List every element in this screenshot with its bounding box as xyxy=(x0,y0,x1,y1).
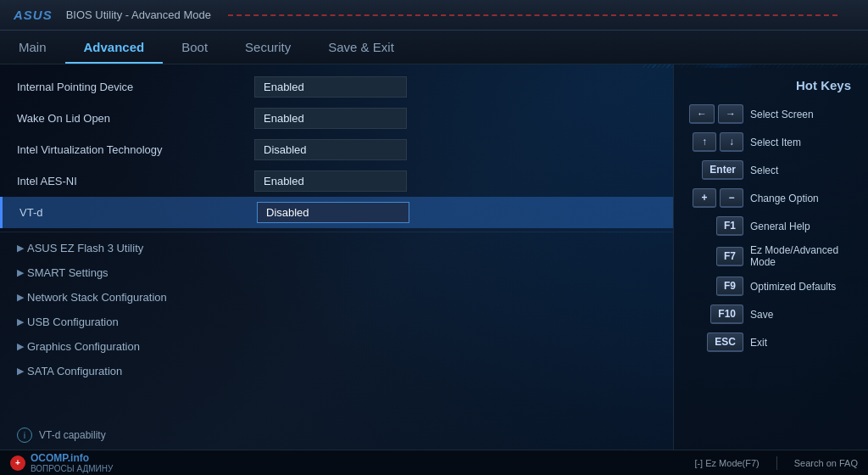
key-up: ↑ xyxy=(693,132,716,152)
key-right: → xyxy=(718,104,743,124)
setting-value-internal-pointing: Enabled xyxy=(254,76,407,98)
hotkey-keys-f10: F10 xyxy=(684,305,743,324)
content-area: Internal Pointing Device Enabled Wake On… xyxy=(0,64,868,450)
key-left: ← xyxy=(689,104,715,124)
nav-item-boot[interactable]: Boot xyxy=(163,31,226,64)
hotkey-keys-select-item: ↑ ↓ xyxy=(684,132,743,152)
asus-logo: ASUS xyxy=(14,8,53,22)
setting-value-intel-vt: Disabled xyxy=(254,139,407,160)
key-f1: F1 xyxy=(716,216,743,236)
hotkey-row-change-option: + − Change Option xyxy=(684,188,858,208)
info-footer: i VT-d capability xyxy=(0,417,673,450)
search-hint: Search on FAQ xyxy=(794,458,858,468)
setting-label-intel-aes: Intel AES-NI xyxy=(17,175,254,187)
submenu-label-asus-ez-flash: ASUS EZ Flash 3 Utility xyxy=(27,242,143,254)
nav-item-save-exit[interactable]: Save & Exit xyxy=(309,31,413,64)
submenu-arrow-icon: ▶ xyxy=(17,243,24,254)
hotkeys-title: Hot Keys xyxy=(684,78,858,92)
info-icon: i xyxy=(17,428,32,443)
submenu-arrow-icon-4: ▶ xyxy=(17,316,24,327)
hotkey-row-f10: F10 Save xyxy=(684,305,858,324)
submenu-smart-settings[interactable]: ▶ SMART Settings xyxy=(0,260,673,285)
hotkey-keys-change-option: + − xyxy=(684,188,743,208)
setting-value-intel-aes: Enabled xyxy=(254,170,407,192)
hotkey-label-f7: Ez Mode/Advanced Mode xyxy=(750,244,858,268)
bottom-logo: + OCOMP.info ВОПРОСЫ АДМИНУ xyxy=(10,452,113,473)
header-bar: ASUS BIOS Utility - Advanced Mode xyxy=(0,0,868,31)
submenu-usb-config[interactable]: ▶ USB Configuration xyxy=(0,310,673,334)
bottom-logo-icon: + xyxy=(10,455,25,471)
hotkey-keys-f9: F9 xyxy=(684,277,743,296)
submenu-network-stack[interactable]: ▶ Network Stack Configuration xyxy=(0,285,673,310)
hotkey-label-select-item: Select Item xyxy=(750,137,858,148)
hotkey-row-select-item: ↑ ↓ Select Item xyxy=(684,132,858,152)
ez-mode-hint: [-] Ez Mode(F7) xyxy=(694,458,759,468)
bottom-nav-hint: [-] Ez Mode(F7) Search on FAQ xyxy=(694,456,858,470)
hotkey-row-esc: ESC Exit xyxy=(684,332,858,352)
key-down: ↓ xyxy=(720,132,743,152)
bottom-divider xyxy=(776,456,777,470)
setting-value-wake-on-lid: Enabled xyxy=(254,108,407,129)
submenu-label-graphics-config: Graphics Configuration xyxy=(27,340,140,353)
submenu-label-usb-config: USB Configuration xyxy=(27,316,119,328)
key-f10: F10 xyxy=(710,305,743,324)
hotkey-label-f10: Save xyxy=(750,309,858,321)
nav-label-save-exit: Save & Exit xyxy=(328,40,394,54)
hotkey-label-f9: Optimized Defaults xyxy=(750,281,858,293)
submenu-asus-ez-flash[interactable]: ▶ ASUS EZ Flash 3 Utility xyxy=(0,236,673,260)
submenu-label-smart-settings: SMART Settings xyxy=(27,266,108,279)
dotted-decoration xyxy=(228,14,837,16)
nav-label-main: Main xyxy=(19,40,47,54)
hotkey-label-change-option: Change Option xyxy=(750,193,858,204)
key-f7: F7 xyxy=(716,247,743,266)
info-text: VT-d capability xyxy=(39,429,106,441)
submenu-graphics-config[interactable]: ▶ Graphics Configuration xyxy=(0,334,673,359)
hotkey-keys-select: Enter xyxy=(684,160,743,180)
hotkey-label-select: Select xyxy=(750,165,858,176)
setting-label-internal-pointing: Internal Pointing Device xyxy=(17,81,254,93)
hotkey-keys-f7: F7 xyxy=(684,247,743,266)
key-esc: ESC xyxy=(707,332,743,352)
hotkey-keys-select-screen: ← → xyxy=(684,104,743,124)
setting-row-internal-pointing[interactable]: Internal Pointing Device Enabled xyxy=(0,71,673,103)
key-minus: − xyxy=(720,188,743,208)
setting-label-wake-on-lid: Wake On Lid Open xyxy=(17,112,254,125)
submenu-label-sata-config: SATA Configuration xyxy=(27,365,122,377)
nav-label-advanced: Advanced xyxy=(84,40,145,54)
nav-item-main[interactable]: Main xyxy=(0,31,65,64)
setting-row-intel-aes[interactable]: Intel AES-NI Enabled xyxy=(0,165,673,197)
hotkey-label-esc: Exit xyxy=(750,337,858,349)
bottom-bar: + OCOMP.info ВОПРОСЫ АДМИНУ [-] Ez Mode(… xyxy=(0,450,868,475)
bottom-logo-sub: ВОПРОСЫ АДМИНУ xyxy=(31,464,113,473)
hotkey-keys-f1: F1 xyxy=(684,216,743,236)
nav-item-security[interactable]: Security xyxy=(226,31,309,64)
setting-row-intel-vt[interactable]: Intel Virtualization Technology Disabled xyxy=(0,134,673,165)
hotkey-row-f1: F1 General Help xyxy=(684,216,858,236)
setting-label-vtd: VT-d xyxy=(19,206,257,219)
separator xyxy=(0,232,673,232)
nav-item-advanced[interactable]: Advanced xyxy=(65,31,164,64)
hotkey-label-select-screen: Select Screen xyxy=(750,109,858,120)
hotkey-label-f1: General Help xyxy=(750,221,858,232)
key-enter: Enter xyxy=(702,160,743,180)
setting-row-wake-on-lid[interactable]: Wake On Lid Open Enabled xyxy=(0,103,673,134)
bottom-logo-content: OCOMP.info ВОПРОСЫ АДМИНУ xyxy=(31,452,113,473)
submenu-label-network-stack: Network Stack Configuration xyxy=(27,291,167,304)
submenu-arrow-icon-2: ▶ xyxy=(17,267,24,278)
setting-value-vtd: Disabled xyxy=(257,202,409,223)
key-f9: F9 xyxy=(716,277,743,296)
setting-label-intel-vt: Intel Virtualization Technology xyxy=(17,143,254,156)
asus-logo-text: ASUS xyxy=(14,8,53,22)
hotkey-row-select: Enter Select xyxy=(684,160,858,180)
nav-label-boot: Boot xyxy=(181,40,208,54)
submenu-sata-config[interactable]: ▶ SATA Configuration xyxy=(0,359,673,383)
hotkey-row-f7: F7 Ez Mode/Advanced Mode xyxy=(684,244,858,268)
submenu-arrow-icon-6: ▶ xyxy=(17,366,24,377)
main-container: ASUS BIOS Utility - Advanced Mode Main A… xyxy=(0,0,868,475)
hotkeys-panel: Hot Keys ← → Select Screen ↑ ↓ Select It… xyxy=(673,64,868,450)
key-plus: + xyxy=(693,188,716,208)
submenu-arrow-icon-3: ▶ xyxy=(17,292,24,303)
setting-row-vtd[interactable]: VT-d Disabled xyxy=(0,197,673,228)
hotkey-row-select-screen: ← → Select Screen xyxy=(684,104,858,124)
nav-label-security: Security xyxy=(245,40,291,54)
